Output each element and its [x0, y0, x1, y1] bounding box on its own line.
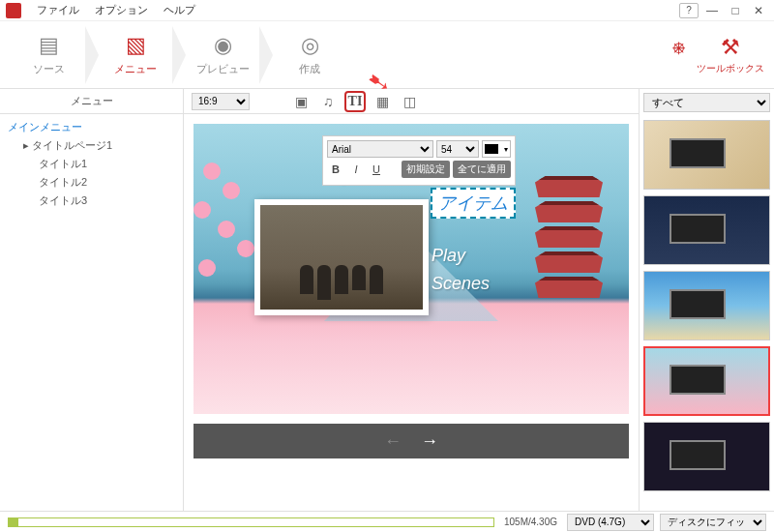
scenes-link[interactable]: Scenes	[432, 274, 490, 294]
tab-menu[interactable]: ▧ メニュー	[97, 26, 174, 84]
menu-icon: ▧	[126, 33, 146, 58]
tab-create[interactable]: ◎ 作成	[271, 26, 348, 84]
disc-icon: ◎	[301, 33, 319, 58]
center-editor: 16:9 ▣ ♫ TI ▦ ◫ My Disc	[184, 89, 639, 511]
maximize-button[interactable]: □	[726, 3, 745, 18]
tree-title3[interactable]: タイトル3	[0, 192, 183, 210]
disc-type-select[interactable]: DVD (4.7G)	[567, 514, 654, 531]
template-item[interactable]	[643, 120, 770, 190]
video-thumbnail[interactable]	[254, 199, 429, 315]
text-tool-icon[interactable]: TI	[344, 91, 366, 112]
pagoda-graphic	[535, 176, 603, 321]
menu-options[interactable]: オプション	[87, 1, 156, 19]
disk-usage-bar	[8, 517, 494, 527]
tree-title-page-label: タイトルページ1	[32, 139, 112, 151]
menu-file[interactable]: ファイル	[29, 1, 87, 19]
prev-page-button[interactable]: ←	[384, 431, 402, 452]
bold-button[interactable]: B	[327, 161, 344, 178]
source-icon: ▤	[39, 33, 59, 58]
aspect-select[interactable]: 16:9	[192, 93, 250, 110]
template-panel: すべて	[639, 89, 774, 511]
editor-toolbar: 16:9 ▣ ♫ TI ▦ ◫	[184, 89, 639, 114]
tab-source-label: ソース	[33, 62, 65, 76]
status-bar: 105M/4.30G DVD (4.7G) ディスクにフィット	[0, 511, 774, 532]
sidebar-header: メニュー	[0, 89, 183, 114]
frame-tool-icon[interactable]: ◫	[399, 91, 420, 112]
italic-button[interactable]: I	[347, 161, 365, 178]
tab-preview-label: プレビュー	[196, 62, 250, 76]
tab-create-label: 作成	[299, 62, 320, 76]
menu-links: Play Scenes	[432, 246, 490, 302]
menu-tree: メインメニュー ▸ タイトルページ1 タイトル1 タイトル2 タイトル3	[0, 114, 183, 214]
text-format-panel: Arial 54 ▾ B I U 初期設定 全てに適用	[322, 135, 516, 186]
toolbox-icon: ⚒	[721, 35, 740, 60]
template-item[interactable]	[643, 195, 770, 265]
template-item-selected[interactable]	[643, 346, 770, 416]
gift-icon: ⎈	[672, 35, 685, 60]
tree-title-page[interactable]: ▸ タイトルページ1	[0, 136, 183, 155]
underline-button[interactable]: U	[368, 161, 385, 178]
canvas-nav: ← →	[194, 424, 629, 458]
disk-usage-text: 105M/4.30G	[500, 517, 561, 527]
minimize-button[interactable]: —	[702, 3, 722, 18]
gift-tool[interactable]: ⎈	[672, 35, 685, 75]
app-logo-icon	[6, 3, 21, 18]
tree-title1[interactable]: タイトル1	[0, 155, 183, 173]
sidebar: メニュー メインメニュー ▸ タイトルページ1 タイトル1 タイトル2 タイトル…	[0, 89, 184, 511]
titlebar: ファイル オプション ヘルプ ? — □ ✕	[0, 0, 774, 21]
text-item-selected[interactable]: アイテム	[431, 188, 516, 219]
tab-menu-label: メニュー	[114, 62, 157, 76]
menu-canvas[interactable]: My Disc Play Scenes アイテム Arial 54 ▾	[194, 124, 629, 414]
image-tool-icon[interactable]: ▣	[290, 91, 312, 112]
tab-preview[interactable]: ◉ プレビュー	[184, 26, 261, 84]
next-page-button[interactable]: →	[421, 431, 438, 452]
apply-all-button[interactable]: 全てに適用	[453, 161, 511, 178]
tab-source[interactable]: ▤ ソース	[10, 26, 87, 84]
template-item[interactable]	[643, 422, 770, 491]
toolbox-label: ツールボックス	[697, 62, 764, 75]
template-filter-select[interactable]: すべて	[643, 93, 770, 112]
play-link[interactable]: Play	[432, 246, 490, 266]
reset-button[interactable]: 初期設定	[402, 161, 450, 178]
close-button[interactable]: ✕	[749, 3, 768, 18]
font-size-select[interactable]: 54	[436, 140, 479, 158]
toolbox-tool[interactable]: ⚒ ツールボックス	[697, 35, 764, 75]
font-color-picker[interactable]: ▾	[482, 140, 511, 158]
music-tool-icon[interactable]: ♫	[317, 91, 339, 112]
scene-background: My Disc Play Scenes アイテム Arial 54 ▾	[194, 124, 629, 414]
preview-icon: ◉	[214, 33, 232, 58]
tree-main-menu[interactable]: メインメニュー	[0, 118, 183, 136]
tree-title2[interactable]: タイトル2	[0, 173, 183, 192]
help-icon[interactable]: ?	[679, 3, 699, 18]
template-list	[640, 116, 774, 511]
font-select[interactable]: Arial	[327, 140, 433, 158]
menu-help[interactable]: ヘルプ	[156, 1, 203, 19]
fit-select[interactable]: ディスクにフィット	[660, 514, 766, 531]
template-item[interactable]	[643, 271, 770, 340]
